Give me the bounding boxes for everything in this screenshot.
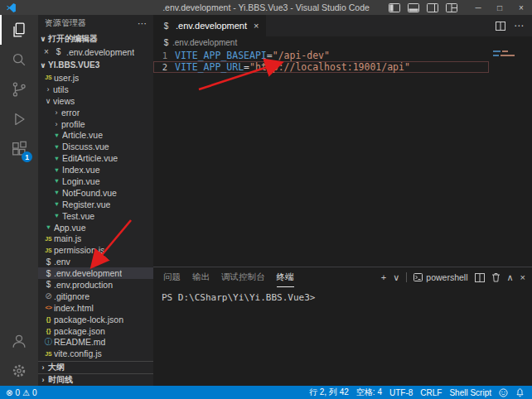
panel-tab-终端[interactable]: 终端 bbox=[277, 267, 294, 287]
minimap[interactable] bbox=[493, 50, 530, 59]
open-editor-item[interactable]: × $ .env.development bbox=[38, 46, 153, 58]
status-item-2[interactable]: UTF-8 bbox=[389, 388, 413, 397]
tree-item-.env.development[interactable]: $.env.development bbox=[38, 267, 153, 279]
accounts-icon[interactable] bbox=[0, 326, 38, 356]
activity-search-icon[interactable] bbox=[0, 45, 38, 75]
settings-gear-icon[interactable] bbox=[0, 356, 38, 386]
sidebar-section-大纲[interactable]: ›大纲 bbox=[38, 361, 153, 373]
tab-label: .env.development bbox=[176, 21, 247, 31]
tree-item-permission.js[interactable]: JSpermission.js bbox=[38, 244, 153, 256]
customize-layout-icon[interactable] bbox=[446, 3, 457, 12]
tree-item-error[interactable]: ›error bbox=[38, 107, 153, 118]
breadcrumb[interactable]: $ .env.development bbox=[153, 36, 532, 48]
status-item-4[interactable]: Shell Script bbox=[449, 388, 491, 397]
panel-tab-调试控制台[interactable]: 调试控制台 bbox=[221, 267, 265, 287]
close-button[interactable]: × bbox=[510, 0, 532, 15]
breadcrumb-item[interactable]: .env.development bbox=[172, 38, 237, 47]
tree-item-package-lock.json[interactable]: {}package-lock.json bbox=[38, 314, 153, 325]
tree-item-EditArticle.vue[interactable]: ▼EditArticle.vue bbox=[38, 152, 153, 164]
separator bbox=[406, 272, 407, 282]
project-root-header[interactable]: ∨ YI.BBS.VUE3 bbox=[38, 58, 153, 72]
terminal-output[interactable]: PS D:\CSharp\Yi\Yi.BBS.Vue3> bbox=[153, 287, 532, 386]
tree-item-README.md[interactable]: ⓘREADME.md bbox=[38, 336, 153, 348]
terminal-icon bbox=[414, 273, 423, 281]
split-editor-icon[interactable] bbox=[496, 22, 505, 31]
tree-item-Test.vue[interactable]: ▼Test.vue bbox=[38, 210, 153, 222]
terminal-instance-powershell[interactable]: powershell bbox=[414, 272, 467, 282]
tree-item-Index.vue[interactable]: ▼Index.vue bbox=[38, 164, 153, 175]
workbench: 1 资源管理器 ⋯ ∨ 打开的编辑器 × $ .env.devel bbox=[0, 15, 532, 386]
activity-extensions-icon[interactable]: 1 bbox=[0, 134, 38, 164]
maximize-panel-icon[interactable]: ∧ bbox=[507, 272, 514, 283]
open-editors-header[interactable]: ∨ 打开的编辑器 bbox=[38, 31, 153, 46]
close-icon[interactable]: × bbox=[42, 47, 51, 56]
status-right-group: 行 2, 列 42空格: 4UTF-8CRLFShell Script bbox=[309, 387, 532, 398]
activity-source-control-icon[interactable] bbox=[0, 75, 38, 104]
problems-status[interactable]: ⊗ 0 ⚠ 0 bbox=[6, 388, 36, 397]
tree-item-label: package-lock.json bbox=[54, 315, 123, 324]
tree-item-.gitignore[interactable]: ⊘.gitignore bbox=[38, 291, 153, 302]
close-icon[interactable]: × bbox=[254, 21, 259, 31]
code-editor[interactable]: 1VITE_APP_BASEAPI="/api-dev"2VITE_APP_UR… bbox=[153, 48, 532, 267]
vue-file-icon: ▼ bbox=[51, 177, 62, 185]
tree-item-user.js[interactable]: JSuser.js bbox=[38, 72, 153, 84]
html-file-icon: <> bbox=[43, 304, 54, 311]
project-root-label: YI.BBS.VUE3 bbox=[48, 60, 99, 70]
tab-env-development[interactable]: $ .env.development × bbox=[153, 15, 266, 36]
tree-item-main.js[interactable]: JSmain.js bbox=[38, 233, 153, 244]
status-item-0[interactable]: 行 2, 列 42 bbox=[309, 387, 349, 398]
tree-item-NotFound.vue[interactable]: ▼NotFound.vue bbox=[38, 187, 153, 199]
panel-tab-输出[interactable]: 输出 bbox=[192, 267, 210, 287]
toggle-secondary-sidebar-icon[interactable] bbox=[427, 3, 438, 12]
tree-item-vite.config.js[interactable]: JSvite.config.js bbox=[38, 348, 153, 359]
status-right: 行 2, 列 42空格: 4UTF-8CRLFShell Script bbox=[309, 387, 491, 398]
new-terminal-icon[interactable]: + bbox=[381, 272, 386, 282]
notifications-bell-icon[interactable] bbox=[515, 387, 525, 397]
tree-item-label: Test.vue bbox=[62, 211, 94, 221]
code-line-2[interactable]: 2VITE_APP_URL="http://localhost:19001/ap… bbox=[153, 61, 489, 73]
tree-item-label: NotFound.vue bbox=[62, 188, 117, 198]
tree-item-views[interactable]: ∨views bbox=[38, 95, 153, 107]
code-line-1[interactable]: 1VITE_APP_BASEAPI="/api-dev" bbox=[153, 50, 489, 61]
activity-explorer-icon[interactable] bbox=[0, 15, 38, 45]
tree-item-label: main.js bbox=[54, 233, 81, 243]
tree-item-.env[interactable]: $.env bbox=[38, 256, 153, 267]
vue-file-icon: ▼ bbox=[51, 189, 62, 196]
tree-item-label: error bbox=[61, 108, 80, 118]
tree-item-label: Login.vue bbox=[62, 176, 100, 186]
more-actions-icon[interactable]: ⋯ bbox=[138, 18, 147, 29]
tree-item-label: .env bbox=[54, 257, 70, 267]
sidebar-section-时间线[interactable]: ›时间线 bbox=[38, 373, 153, 386]
tree-item-label: profile bbox=[61, 119, 85, 129]
panel: 问题输出调试控制台终端 + ∨ powershell ∧ × bbox=[153, 267, 532, 386]
tree-item-.env.production[interactable]: $.env.production bbox=[38, 279, 153, 291]
status-item-3[interactable]: CRLF bbox=[420, 388, 442, 397]
tree-item-package.json[interactable]: {}package.json bbox=[38, 325, 153, 337]
error-icon: ⊗ bbox=[6, 388, 12, 397]
toggle-panel-icon[interactable] bbox=[408, 3, 419, 12]
tree-item-Article.vue[interactable]: ▼Article.vue bbox=[38, 129, 153, 141]
tree-item-utils[interactable]: ›utils bbox=[38, 84, 153, 95]
json-file-icon: {} bbox=[43, 315, 54, 323]
panel-tab-问题[interactable]: 问题 bbox=[163, 267, 181, 287]
tree-item-label: .gitignore bbox=[54, 291, 89, 301]
close-panel-icon[interactable]: × bbox=[520, 272, 525, 282]
maximize-button[interactable]: □ bbox=[489, 0, 510, 15]
tree-item-App.vue[interactable]: ▼App.vue bbox=[38, 222, 153, 233]
feedback-smiley-icon[interactable] bbox=[499, 388, 508, 397]
minimize-button[interactable]: ─ bbox=[467, 0, 489, 15]
window-controls: ─ □ × bbox=[467, 0, 532, 15]
more-actions-icon[interactable]: ⋯ bbox=[514, 20, 524, 31]
tree-item-Discuss.vue[interactable]: ▼Discuss.vue bbox=[38, 141, 153, 152]
kill-terminal-trash-icon[interactable] bbox=[491, 272, 501, 282]
split-terminal-icon[interactable] bbox=[475, 273, 485, 282]
env-file-icon: $ bbox=[162, 38, 171, 47]
tree-item-Login.vue[interactable]: ▼Login.vue bbox=[38, 175, 153, 187]
tree-item-profile[interactable]: ›profile bbox=[38, 118, 153, 130]
tree-item-Register.vue[interactable]: ▼Register.vue bbox=[38, 199, 153, 210]
tree-item-index.html[interactable]: <>index.html bbox=[38, 302, 153, 314]
toggle-sidebar-icon[interactable] bbox=[389, 3, 400, 12]
status-item-1[interactable]: 空格: 4 bbox=[356, 387, 382, 398]
activity-run-debug-icon[interactable] bbox=[0, 104, 38, 134]
launch-profile-chevron-icon[interactable]: ∨ bbox=[393, 272, 399, 283]
